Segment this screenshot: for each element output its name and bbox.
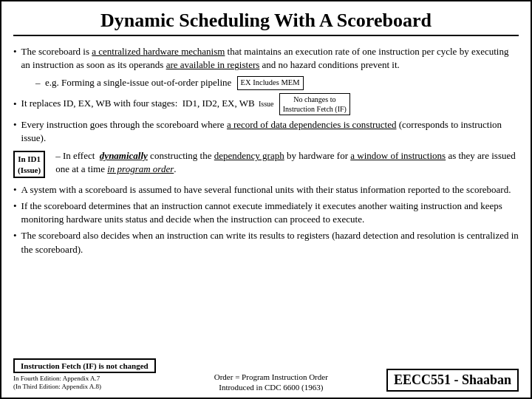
bullet-1: • The scoreboard is a centralized hardwa… <box>13 45 519 72</box>
bullet-text-4: A system with a scoreboard is assumed to… <box>21 183 511 197</box>
footer: Instruction Fetch (IF) is not changed In… <box>13 358 519 392</box>
bullet-text-6: The scoreboard also decides when an inst… <box>21 229 519 256</box>
introduced-text: Introduced in CDC 6600 (1963) <box>219 383 323 392</box>
order-label: Order = Program Instruction Order <box>214 372 328 381</box>
pipeline-row: – e.g. Forming a single-issue out-of-ord… <box>13 76 519 90</box>
no-changes-box: No changes toInstruction Fetch (IF) <box>279 93 350 115</box>
bullet-marker-2: • <box>13 98 17 110</box>
bullet-marker-5: • <box>13 200 17 212</box>
footer-left: Instruction Fetch (IF) is not changed In… <box>13 358 156 392</box>
window-of-instructions: a window of instructions <box>350 150 446 161</box>
in-id1-text: – In effect dynamically constructing the… <box>55 149 519 176</box>
bullet-4: • A system with a scoreboard is assumed … <box>13 183 519 197</box>
hw-mechanism: a centralized hardware mechanism <box>92 46 225 57</box>
slide-title: Dynamic Scheduling With A Scoreboard <box>13 9 519 36</box>
if-not-changed-box: Instruction Fetch (IF) is not changed <box>13 358 156 373</box>
brand-label: EECC551 - Shaaban <box>386 369 519 392</box>
pipeline-line: – e.g. Forming a single-issue out-of-ord… <box>35 76 304 90</box>
bullet-5: • If the scoreboard determines that an i… <box>13 200 519 226</box>
pipeline-dash: – <box>35 77 41 88</box>
available-in-registers: are available in registers <box>166 59 260 70</box>
bullet-text-2: It replaces ID, EX, WB with four stages:… <box>21 93 350 115</box>
in-program-order: in program order <box>107 163 174 174</box>
in-id1-row: In ID1(Issue) – In effect dynamically co… <box>13 149 519 178</box>
bullet-marker-1: • <box>13 46 17 58</box>
slide: Dynamic Scheduling With A Scoreboard • T… <box>0 0 532 399</box>
bullet-6: • The scoreboard also decides when an in… <box>13 229 519 256</box>
bullet-marker-6: • <box>13 230 17 242</box>
bullet-text-3: Every instruction goes through the score… <box>21 118 519 145</box>
bullet-text-5: If the scoreboard determines that an ins… <box>21 200 519 226</box>
in-id1-label: In ID1(Issue) <box>13 151 45 178</box>
dependency-graph: dependency graph <box>214 150 284 161</box>
content-area: • The scoreboard is a centralized hardwa… <box>13 42 519 353</box>
bullet-marker-4: • <box>13 184 17 196</box>
ex-includes-mem-box: EX Includes MEM <box>237 76 304 90</box>
dynamically: dynamically <box>100 150 148 161</box>
bullet-3: • Every instruction goes through the sco… <box>13 118 519 145</box>
footer-middle: Order = Program Instruction Order Introd… <box>214 372 328 392</box>
issue-label: Issue <box>259 99 274 109</box>
bullet-2: • It replaces ID, EX, WB with four stage… <box>13 93 519 115</box>
record-of-data: a record of data dependencies is constru… <box>227 119 397 130</box>
bullet-text-1: The scoreboard is a centralized hardware… <box>21 45 519 72</box>
fourth-edition-text: In Fourth Edition: Appendix A.7 (In Thir… <box>13 375 156 392</box>
bullet-marker-3: • <box>13 119 17 131</box>
